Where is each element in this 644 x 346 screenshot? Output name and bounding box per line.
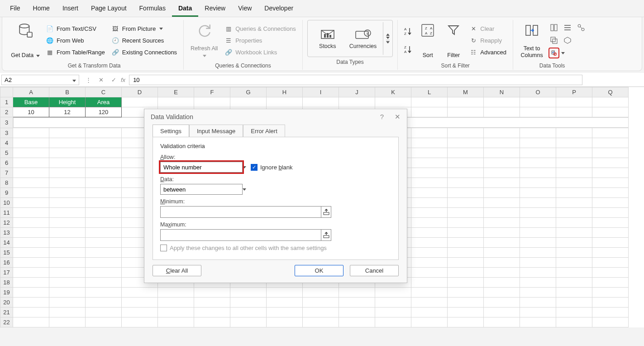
cell[interactable] [556, 277, 592, 287]
row-header[interactable]: 19 [0, 287, 13, 297]
cell[interactable] [49, 168, 86, 178]
cell[interactable] [520, 158, 556, 168]
cell[interactable] [411, 257, 448, 267]
cell[interactable] [411, 178, 448, 187]
cell[interactable] [303, 307, 339, 317]
relationships-button[interactable] [576, 22, 587, 33]
cell[interactable] [556, 257, 592, 267]
cell[interactable] [49, 237, 86, 247]
row-header[interactable]: 3 [0, 128, 13, 138]
cell[interactable] [520, 317, 556, 327]
cell[interactable] [194, 307, 230, 317]
cell[interactable] [86, 178, 122, 187]
cell[interactable] [194, 287, 230, 297]
name-box[interactable] [1, 75, 79, 85]
cell[interactable] [49, 128, 86, 138]
dialog-tab-error-alert[interactable]: Error Alert [243, 125, 285, 137]
allow-value[interactable] [161, 162, 242, 172]
refresh-all-button[interactable]: Refresh All [188, 20, 220, 61]
cell[interactable] [448, 237, 484, 247]
cell[interactable] [592, 158, 629, 168]
cell[interactable] [592, 138, 629, 148]
tab-data[interactable]: Data [172, 2, 198, 17]
cell[interactable] [484, 138, 520, 148]
cell[interactable] [484, 187, 520, 197]
cell[interactable] [484, 158, 520, 168]
cell[interactable] [411, 138, 448, 148]
cell[interactable] [49, 277, 86, 287]
cell[interactable] [448, 217, 484, 227]
row-header[interactable]: 8 [0, 178, 13, 187]
cell[interactable] [49, 158, 86, 168]
cell[interactable] [303, 297, 339, 307]
cell[interactable] [592, 247, 629, 257]
cell[interactable] [592, 187, 629, 197]
cell[interactable] [556, 138, 592, 148]
cell[interactable] [49, 317, 86, 327]
cell[interactable] [592, 217, 629, 227]
cell[interactable] [520, 257, 556, 267]
allow-dropdown[interactable] [160, 162, 243, 173]
cell[interactable] [411, 168, 448, 178]
help-icon[interactable]: ? [380, 113, 384, 121]
cell[interactable] [86, 207, 122, 217]
cell[interactable] [556, 187, 592, 197]
cell[interactable]: Base [13, 97, 49, 107]
row-header[interactable]: 6 [0, 158, 13, 168]
cell[interactable] [592, 237, 629, 247]
cell[interactable] [520, 197, 556, 207]
cell[interactable] [267, 317, 303, 327]
row-header[interactable]: 11 [0, 207, 13, 217]
col-header[interactable]: A [13, 87, 49, 97]
cell[interactable] [13, 148, 49, 158]
cell[interactable] [411, 97, 448, 107]
cell[interactable] [484, 107, 520, 117]
apply-all-checkbox[interactable]: Apply these changes to all other cells w… [160, 245, 391, 251]
range-picker-icon[interactable] [321, 207, 331, 217]
cell[interactable] [86, 257, 122, 267]
cell[interactable] [13, 138, 49, 148]
cell[interactable] [411, 277, 448, 287]
maximum-input[interactable] [160, 229, 331, 241]
cell[interactable] [448, 247, 484, 257]
cell[interactable] [230, 317, 267, 327]
currencies-type-button[interactable]: $ Currencies [343, 28, 383, 49]
data-dropdown[interactable] [160, 184, 243, 195]
cell[interactable] [520, 247, 556, 257]
cell[interactable] [267, 287, 303, 297]
from-table-range-button[interactable]: ▦From Table/Range [44, 47, 107, 57]
remove-duplicates-button[interactable] [549, 35, 559, 46]
col-header[interactable]: P [556, 87, 592, 97]
col-header[interactable]: C [86, 87, 122, 97]
cell[interactable] [13, 287, 49, 297]
cell[interactable] [592, 207, 629, 217]
row-header[interactable]: 22 [0, 317, 13, 327]
cell[interactable] [375, 287, 411, 297]
cell[interactable] [556, 307, 592, 317]
cell[interactable] [556, 237, 592, 247]
cell[interactable] [13, 247, 49, 257]
cell[interactable] [122, 307, 158, 317]
row-header[interactable]: 9 [0, 187, 13, 197]
row-header[interactable]: 1 [0, 97, 13, 107]
get-data-button[interactable]: Get Data [10, 20, 41, 61]
cell[interactable] [556, 168, 592, 178]
col-header[interactable]: O [520, 87, 556, 97]
cell[interactable] [86, 247, 122, 257]
col-header[interactable]: F [194, 87, 230, 97]
row-header[interactable]: 7 [0, 168, 13, 178]
col-header[interactable]: E [158, 87, 194, 97]
cell[interactable] [86, 217, 122, 227]
cell[interactable] [49, 287, 86, 297]
formula-input[interactable] [129, 75, 582, 85]
cell[interactable] [484, 227, 520, 237]
advanced-filter-button[interactable]: ☷Advanced [467, 47, 508, 57]
cell[interactable] [411, 217, 448, 227]
cell[interactable] [484, 97, 520, 107]
data-validation-button[interactable] [549, 48, 559, 58]
row-header[interactable]: 2 [0, 107, 13, 117]
cell[interactable] [411, 247, 448, 257]
cell[interactable] [158, 297, 194, 307]
cell[interactable] [592, 227, 629, 237]
recent-sources-button[interactable]: 🕘Recent Sources [110, 35, 179, 45]
